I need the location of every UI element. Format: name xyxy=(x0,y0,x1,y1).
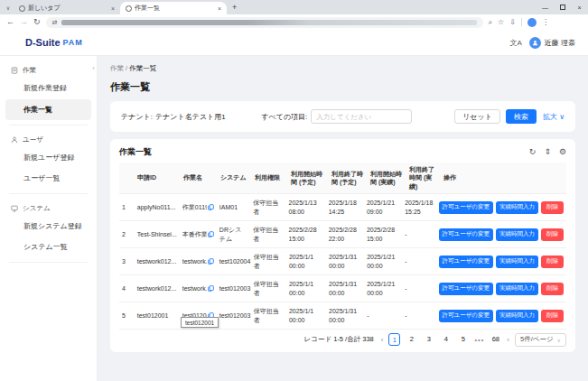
browser-profile-avatar[interactable] xyxy=(527,18,537,27)
app-logo-suffix: PAM xyxy=(63,38,83,47)
card-title: 作業一覧 xyxy=(119,146,152,158)
row-number: 5 xyxy=(119,309,135,322)
tab-search-chevron-icon[interactable]: ∨ xyxy=(3,5,14,11)
window-minimize-button[interactable]: — xyxy=(537,0,554,14)
end-actual-cell: - xyxy=(402,255,435,268)
system-cell: test012003 xyxy=(217,282,251,295)
browser-menu-icon[interactable]: ⋮ xyxy=(542,19,549,26)
sidebar-section-work: 作業 xyxy=(0,60,97,78)
sidebar-item-new-user[interactable]: 新規ユーザ登録 xyxy=(0,147,97,168)
browser-tab-newtab[interactable]: 新しいタブ × xyxy=(14,2,120,14)
sidebar-section-system: システム xyxy=(0,199,97,216)
page-ellipsis[interactable]: ••• xyxy=(474,336,484,344)
record-summary: レコード 1-5 /合計 338 xyxy=(304,335,374,344)
expand-link[interactable]: 拡大 ∨ xyxy=(543,112,565,122)
sidebar-collapse-icon[interactable]: ‹ xyxy=(92,64,95,72)
next-page-icon[interactable]: › xyxy=(507,336,509,344)
apply-id-cell: test012001 xyxy=(135,309,180,322)
start-actual-cell: - xyxy=(364,309,402,322)
user-menu[interactable]: 近藤 理奈 xyxy=(529,37,575,49)
search-icon[interactable]: ⌕ xyxy=(489,19,492,26)
sidebar-item-system-list[interactable]: システム一覧 xyxy=(0,237,97,257)
reload-icon[interactable]: ↻ xyxy=(33,18,41,26)
breadcrumb-separator: / xyxy=(126,64,127,72)
gear-icon[interactable]: ⚙ xyxy=(559,148,566,156)
page-1[interactable]: 1 xyxy=(388,333,400,346)
keyword-input[interactable] xyxy=(311,109,412,124)
back-icon[interactable]: ← xyxy=(6,18,14,26)
chevron-down-icon: ∨ xyxy=(559,113,565,121)
col-start-planned: 利用開始時間 (予定) xyxy=(288,167,329,190)
address-bar[interactable]: ⇄ xyxy=(46,17,483,28)
tab-favicon-icon xyxy=(126,5,132,12)
copy-icon[interactable] xyxy=(208,231,214,237)
prev-page-icon[interactable]: ‹ xyxy=(381,336,384,344)
bookmark-star-icon[interactable]: ☆ xyxy=(498,19,504,26)
address-bar-icon[interactable]: ⇄ xyxy=(52,19,58,26)
delete-button[interactable]: 削除 xyxy=(541,310,564,322)
window-close-button[interactable]: × xyxy=(571,0,588,14)
start-planned-cell: 2025/1/1 00:00 xyxy=(286,304,326,327)
enter-actual-time-button[interactable]: 実績時間入力 xyxy=(496,256,538,268)
window-controls: — × xyxy=(537,0,588,14)
page-2[interactable]: 2 xyxy=(406,333,417,346)
start-actual-cell: 2025/2/28 15:00 xyxy=(364,223,402,246)
table-row: 4 testwork012... testwork... test012003 … xyxy=(119,275,566,302)
forward-icon[interactable]: → xyxy=(20,18,28,26)
start-planned-cell: 2025/1/1 00:00 xyxy=(286,277,326,300)
refresh-icon[interactable]: ↻ xyxy=(529,148,537,156)
enter-actual-time-button[interactable]: 実績時間入力 xyxy=(496,310,538,322)
sidebar-item-user-list[interactable]: ユーザ一覧 xyxy=(0,168,97,189)
system-cell: test102004 xyxy=(217,255,251,268)
app-logo: D-Suite xyxy=(25,37,61,48)
delete-button[interactable]: 削除 xyxy=(541,201,564,214)
copy-icon[interactable] xyxy=(208,204,214,210)
delete-button[interactable]: 削除 xyxy=(541,228,564,241)
start-planned-cell: 2025/1/1 00:00 xyxy=(286,250,326,273)
page-3[interactable]: 3 xyxy=(423,333,434,346)
search-button[interactable]: 検索 xyxy=(506,109,537,124)
page-last[interactable]: 68 xyxy=(490,333,501,346)
tab-close-icon[interactable]: × xyxy=(218,5,221,12)
end-planned-cell: 2025/2/28 22:00 xyxy=(326,223,364,246)
enter-actual-time-button[interactable]: 実績時間入力 xyxy=(496,201,538,214)
new-tab-button[interactable]: + xyxy=(232,3,237,12)
sidebar-item-new-system[interactable]: 新規システム登録 xyxy=(0,216,97,237)
breadcrumb: 作業 / 作業一覧 xyxy=(110,64,575,73)
page-4[interactable]: 4 xyxy=(440,333,452,346)
user-name: 近藤 理奈 xyxy=(545,38,575,48)
end-planned-cell: 2025/1/31 00:00 xyxy=(326,277,364,300)
language-icon[interactable]: 文A xyxy=(509,38,521,48)
copy-icon[interactable] xyxy=(208,258,214,265)
window-maximize-button[interactable] xyxy=(554,0,571,14)
enter-actual-time-button[interactable]: 実績時間入力 xyxy=(496,228,538,241)
browser-tab-worklist[interactable]: 作業一覧 × xyxy=(120,2,227,14)
copy-icon[interactable] xyxy=(208,285,214,292)
density-icon[interactable]: ⇕ xyxy=(544,148,551,156)
change-allowed-user-button[interactable]: 許可ユーザの変更 xyxy=(439,283,493,295)
sidebar-item-new-work[interactable]: 新規作業登録 xyxy=(0,78,97,98)
apply-id-cell: testwork012... xyxy=(135,282,180,295)
row-number: 3 xyxy=(119,255,135,268)
tab-close-icon[interactable]: × xyxy=(111,5,115,12)
sidebar-item-work-list[interactable]: 作業一覧 xyxy=(5,99,91,120)
change-allowed-user-button[interactable]: 許可ユーザの変更 xyxy=(439,201,493,214)
user-avatar xyxy=(529,37,541,49)
table-row: 1 applyNo011... 作業0119... IAM01 保守担当者 20… xyxy=(119,194,566,221)
delete-button[interactable]: 削除 xyxy=(541,256,564,268)
change-allowed-user-button[interactable]: 許可ユーザの変更 xyxy=(439,310,493,322)
reset-button[interactable]: リセット xyxy=(454,109,500,124)
table-row: 2 Test-Shinsei... 本番作業... DRシステム 保守担当者 2… xyxy=(119,221,566,248)
delete-button[interactable]: 削除 xyxy=(541,283,564,295)
end-actual-cell: 2025/1/18 15:25 xyxy=(402,196,435,218)
page-5[interactable]: 5 xyxy=(457,333,469,346)
permission-cell: 保守担当者 xyxy=(251,277,286,300)
col-operations: 操作 xyxy=(441,171,566,184)
change-allowed-user-button[interactable]: 許可ユーザの変更 xyxy=(439,228,493,241)
change-allowed-user-button[interactable]: 許可ユーザの変更 xyxy=(439,256,493,268)
enter-actual-time-button[interactable]: 実績時間入力 xyxy=(496,283,538,295)
permission-cell: 保守担当者 xyxy=(251,250,286,273)
breadcrumb-parent[interactable]: 作業 xyxy=(110,64,124,72)
downloads-icon[interactable]: ⇩ xyxy=(509,19,516,26)
page-size-select[interactable]: 5件/ページ ∨ xyxy=(515,333,566,347)
